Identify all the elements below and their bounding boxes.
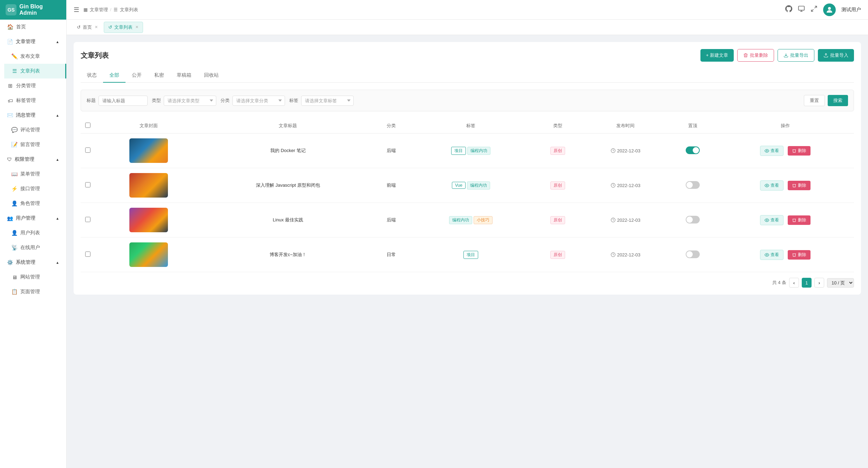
batch-export-button[interactable]: 批量导出: [778, 49, 814, 62]
sidebar-sub-user: 👤 用户列表 📡 在线用户: [0, 226, 66, 255]
col-pinned: 置顶: [669, 118, 717, 133]
api-mgmt-icon: ⚡: [11, 186, 18, 192]
view-button[interactable]: 查看: [760, 215, 784, 225]
sidebar-item-online-users[interactable]: 📡 在线用户: [4, 240, 66, 255]
status-tab-all[interactable]: 全部: [103, 69, 126, 83]
tab-article-list[interactable]: ↺ 文章列表 ✕: [104, 22, 143, 33]
sidebar-item-user-list[interactable]: 👤 用户列表: [4, 226, 66, 240]
status-tab-trash[interactable]: 回收站: [198, 69, 225, 83]
view-button[interactable]: 查看: [760, 180, 784, 191]
home-icon: 🏠: [7, 24, 13, 30]
article-category: 后端: [373, 133, 409, 168]
sidebar-group-user[interactable]: 👥 用户管理 ▲: [0, 211, 66, 226]
system-group-icon: ⚙️: [7, 260, 13, 265]
sidebar-item-role-mgmt[interactable]: 👤 角色管理: [4, 196, 66, 211]
status-tabs: 状态 全部 公开 私密 草稿箱 回收站: [81, 69, 854, 83]
reset-button[interactable]: 重置: [804, 95, 825, 106]
row-checkbox[interactable]: [85, 217, 90, 222]
article-ops: 查看 删除: [717, 133, 854, 168]
article-pinned[interactable]: [669, 133, 717, 168]
article-tags: 项目编程内功: [409, 133, 533, 168]
article-time: 2022-12-03: [583, 168, 669, 203]
prev-page-button[interactable]: ‹: [789, 278, 799, 288]
page-size-select[interactable]: 10 / 页: [827, 278, 854, 288]
article-pinned[interactable]: [669, 168, 717, 203]
batch-import-button[interactable]: 批量导入: [818, 49, 854, 62]
article-table: 文章封面 文章标题 分类 标签 类型 发布时间 置顶 操作 我的 Docker …: [81, 118, 854, 272]
new-article-button[interactable]: + 新建文章: [700, 49, 734, 62]
filter-title-label: 标题: [87, 97, 96, 104]
select-all-checkbox[interactable]: [85, 123, 90, 128]
sidebar-group-permission-label: 权限管理: [15, 156, 34, 163]
page-1-button[interactable]: 1: [802, 278, 812, 288]
sidebar-item-website-mgmt[interactable]: 🖥 网站管理: [4, 270, 66, 284]
sidebar-item-menu-mgmt[interactable]: 📖 菜单管理: [4, 167, 66, 181]
svg-line-3: [815, 6, 817, 8]
svg-point-5: [828, 7, 831, 10]
article-type: 原创: [533, 133, 583, 168]
sidebar-group-article[interactable]: 📄 文章管理 ▲: [0, 34, 66, 49]
delete-button[interactable]: 删除: [788, 250, 811, 260]
delete-button[interactable]: 删除: [788, 215, 811, 225]
menu-toggle-icon[interactable]: ☰: [74, 6, 79, 14]
search-button[interactable]: 搜索: [828, 95, 848, 106]
view-button[interactable]: 查看: [760, 146, 784, 156]
table-row: 深入理解 Javascript 原型和闭包前端Vue编程内功原创2022-12-…: [81, 168, 854, 203]
sidebar-group-system[interactable]: ⚙️ 系统管理 ▲: [0, 255, 66, 270]
toggle-off[interactable]: [686, 216, 700, 223]
tab-article-list-close[interactable]: ✕: [135, 25, 138, 29]
avatar[interactable]: [823, 4, 836, 16]
sidebar-item-category[interactable]: ⊞ 分类管理: [0, 78, 66, 93]
row-checkbox[interactable]: [85, 147, 90, 153]
col-tags: 标签: [409, 118, 533, 133]
batch-delete-button[interactable]: 批量删除: [737, 49, 774, 62]
title-input[interactable]: [99, 96, 148, 106]
delete-button[interactable]: 删除: [788, 181, 811, 190]
view-button[interactable]: 查看: [760, 250, 784, 260]
tab-home-close[interactable]: ✕: [95, 25, 98, 29]
sidebar-item-home[interactable]: 🏠 首页: [0, 20, 66, 34]
status-tab-private[interactable]: 私密: [148, 69, 170, 83]
article-pinned[interactable]: [669, 238, 717, 272]
sidebar-item-page-mgmt[interactable]: 📋 页面管理: [4, 284, 66, 299]
category-select[interactable]: 请选择文章分类: [232, 96, 285, 106]
sidebar-label-leave-msg: 留言管理: [20, 142, 40, 148]
breadcrumb: ▦ 文章管理 / ☰ 文章列表: [83, 7, 138, 13]
article-cover: [129, 138, 168, 163]
sidebar-item-publish[interactable]: ✏️ 发布文章: [4, 49, 66, 64]
next-page-button[interactable]: ›: [814, 278, 824, 288]
page-title: 文章列表: [81, 51, 109, 60]
sidebar-group-message[interactable]: ✉️ 消息管理 ▲: [0, 108, 66, 123]
row-checkbox[interactable]: [85, 252, 90, 257]
toggle-on[interactable]: [686, 146, 700, 154]
article-type: 原创: [533, 203, 583, 238]
sidebar-label-article-list: 文章列表: [20, 68, 40, 74]
row-checkbox[interactable]: [85, 182, 90, 187]
breadcrumb-article-mgmt[interactable]: 文章管理: [90, 7, 108, 13]
tab-home[interactable]: ↺ 首页 ✕: [72, 22, 102, 33]
tag-badge: 编程内功: [467, 181, 490, 190]
sidebar-item-tag[interactable]: 🏷 标签管理: [0, 93, 66, 108]
delete-button[interactable]: 删除: [788, 146, 811, 156]
col-category: 分类: [373, 118, 409, 133]
type-select[interactable]: 请选择文章类型: [164, 96, 216, 106]
sidebar-item-article-list[interactable]: ☰ 文章列表: [4, 64, 66, 78]
toggle-off[interactable]: [686, 181, 700, 189]
article-title: 博客开发c~加油！: [203, 238, 373, 272]
github-icon[interactable]: [785, 5, 792, 14]
sidebar-item-api-mgmt[interactable]: ⚡ 接口管理: [4, 181, 66, 196]
fullscreen-icon[interactable]: [811, 5, 818, 14]
toggle-off[interactable]: [686, 250, 700, 258]
sidebar-item-leave-msg[interactable]: 📝 留言管理: [4, 137, 66, 152]
status-tab-public[interactable]: 公开: [126, 69, 148, 83]
article-pinned[interactable]: [669, 203, 717, 238]
status-tab-label: 状态: [81, 69, 103, 83]
tag-select[interactable]: 请选择文章标签: [301, 96, 354, 106]
status-tab-draft[interactable]: 草稿箱: [170, 69, 198, 83]
monitor-icon[interactable]: [798, 5, 805, 14]
sidebar-item-comment[interactable]: 💬 评论管理: [4, 123, 66, 137]
sidebar-group-permission[interactable]: 🛡 权限管理 ▲: [0, 152, 66, 167]
article-ops: 查看 删除: [717, 238, 854, 272]
action-buttons: + 新建文章 批量删除 批量导出 批量导入: [700, 49, 854, 62]
sidebar-sub-permission: 📖 菜单管理 ⚡ 接口管理 👤 角色管理: [0, 167, 66, 211]
